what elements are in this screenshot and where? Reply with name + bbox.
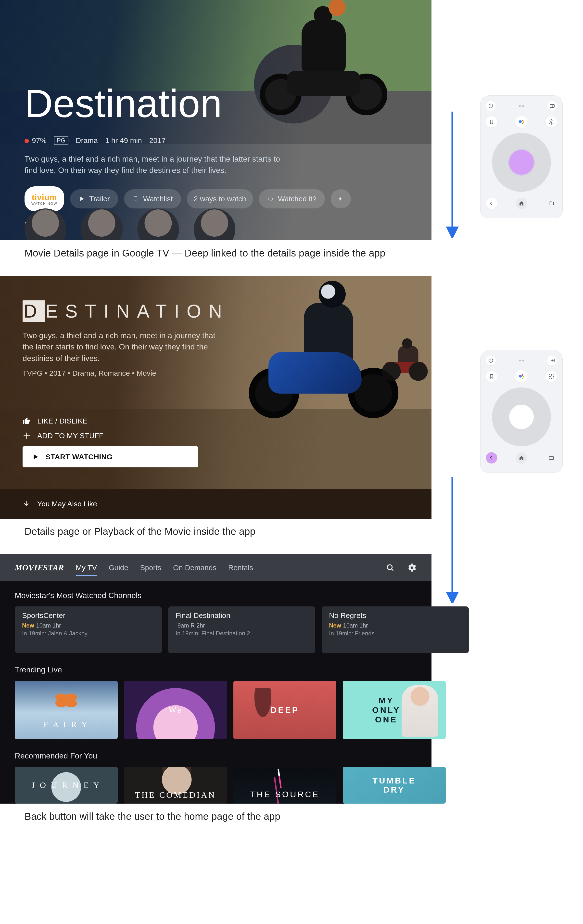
add-to-stuff-button[interactable]: ADD TO MY STUFF <box>23 432 198 440</box>
gear-icon <box>548 373 554 380</box>
svg-point-13 <box>522 378 523 379</box>
power-icon <box>488 358 494 363</box>
dpad-center[interactable] <box>509 404 534 429</box>
dpad[interactable] <box>492 133 551 192</box>
tab-my-tv[interactable]: My TV <box>76 556 97 579</box>
live-tile[interactable]: We <box>124 681 227 739</box>
tv-icon <box>548 455 554 461</box>
watchlist-button[interactable]: Watchlist <box>124 189 181 208</box>
home-icon <box>519 200 524 206</box>
remote-2 <box>481 350 562 472</box>
rec-tile[interactable]: THE SOURCE <box>234 767 336 804</box>
flow-arrow-2 <box>431 476 473 589</box>
svg-point-4 <box>522 120 524 121</box>
year: 2017 <box>149 136 166 145</box>
live-tile[interactable]: MY ONLY ONE <box>343 681 446 739</box>
svg-point-0 <box>268 197 272 201</box>
svg-point-3 <box>519 120 522 123</box>
svg-point-7 <box>551 121 552 123</box>
watch-provider-button[interactable]: tivium WATCH NOW <box>25 186 64 211</box>
cast-avatars <box>25 208 236 240</box>
assistant-icon <box>518 373 525 380</box>
input-button[interactable] <box>547 101 557 111</box>
channel-upnext: In 19min: Jalen & Jackby <box>22 630 155 637</box>
home-button[interactable] <box>516 452 527 464</box>
app-home-panel: MOVIESTAR My TV Guide Sports On Demands … <box>0 554 431 804</box>
back-button[interactable] <box>486 198 497 209</box>
settings-button[interactable] <box>546 371 557 382</box>
remote-1 <box>481 96 562 218</box>
rec-tile[interactable]: J O U R N E Y <box>15 767 118 804</box>
input-icon <box>549 103 555 109</box>
channel-title: Final Destination <box>176 611 308 620</box>
search-icon <box>386 563 395 572</box>
settings-button[interactable] <box>407 563 417 573</box>
arrow-left-icon <box>489 200 494 206</box>
new-badge: New <box>22 622 34 629</box>
like-button[interactable]: LIKE / DISLIKE <box>23 417 198 425</box>
svg-rect-8 <box>549 202 553 205</box>
svg-point-11 <box>522 374 524 376</box>
power-button[interactable] <box>486 356 496 365</box>
runtime: 1 hr 49 min <box>105 136 142 145</box>
circle-icon <box>267 196 273 202</box>
hero-art <box>301 20 346 74</box>
svg-point-10 <box>519 375 522 378</box>
bookmark-icon <box>489 119 494 125</box>
input-button[interactable] <box>547 356 557 365</box>
dpad-center[interactable] <box>509 150 534 175</box>
svg-point-14 <box>551 376 552 377</box>
tab-sports[interactable]: Sports <box>140 556 161 579</box>
live-tile[interactable]: DEEP <box>234 681 336 739</box>
live-tile[interactable]: F A I R Y <box>15 681 118 739</box>
bookmark-button[interactable] <box>486 116 497 127</box>
hero-art <box>304 303 353 371</box>
you-may-also-like-row[interactable]: You May Also Like <box>0 489 431 519</box>
input-icon <box>549 358 555 363</box>
arrow-left-icon <box>489 455 494 461</box>
tab-rentals[interactable]: Rentals <box>228 556 253 579</box>
movie-meta-row: 97% PG Drama 1 hr 49 min 2017 <box>25 136 166 145</box>
assistant-button[interactable] <box>515 116 528 128</box>
tv-button[interactable] <box>546 452 557 464</box>
tv-icon <box>548 200 554 206</box>
tab-guide[interactable]: Guide <box>109 556 128 579</box>
play-icon <box>32 453 39 460</box>
svg-point-6 <box>522 123 523 124</box>
assistant-button[interactable] <box>515 370 528 383</box>
home-icon <box>519 455 524 461</box>
arrow-down-icon <box>23 500 30 508</box>
search-button[interactable] <box>385 563 395 573</box>
tab-on-demands[interactable]: On Demands <box>173 556 216 579</box>
movie-title: DESTINATION <box>23 300 229 322</box>
app-details-panel: DESTINATION Two guys, a thief and a rich… <box>0 276 431 519</box>
back-button-highlighted[interactable] <box>486 452 497 464</box>
provider-sub: WATCH NOW <box>31 202 58 205</box>
bookmark-button[interactable] <box>486 371 497 382</box>
caption-3: Back button will take the user to the ho… <box>0 804 431 839</box>
ways-to-watch-button[interactable]: 2 ways to watch <box>187 189 253 208</box>
start-watching-button[interactable]: START WATCHING <box>23 446 198 467</box>
thumb-up-icon <box>23 417 31 425</box>
trailer-button[interactable]: Trailer <box>70 189 118 208</box>
channel-card[interactable]: No Regrets New10am 1hr In 19min: Friends <box>322 606 469 653</box>
tv-button[interactable] <box>546 198 557 209</box>
power-button[interactable] <box>486 101 496 111</box>
home-button[interactable] <box>516 198 527 209</box>
google-tv-details-panel: Destination 97% PG Drama 1 hr 49 min 201… <box>0 0 431 240</box>
more-button[interactable] <box>331 189 351 208</box>
synopsis: Two guys, a thief and a rich man, meet i… <box>25 153 282 176</box>
svg-point-12 <box>522 376 524 378</box>
svg-point-5 <box>522 121 524 123</box>
settings-button[interactable] <box>546 116 557 127</box>
rec-tile[interactable]: TUMBLE DRY <box>343 767 446 804</box>
channel-title: No Regrets <box>329 611 461 620</box>
rec-tile[interactable]: THE COMEDIAN <box>124 767 227 804</box>
caption-2: Details page or Playback of the Movie in… <box>0 519 431 554</box>
channel-card[interactable]: Final Destination 9am R 2hr In 19min: Fi… <box>168 606 315 653</box>
watched-button[interactable]: Watched it? <box>259 189 325 208</box>
play-icon <box>79 196 85 202</box>
dpad[interactable] <box>492 388 551 446</box>
channel-card[interactable]: SportsCenter New10am 1hr In 19min: Jalen… <box>15 606 162 653</box>
gear-icon <box>407 563 416 572</box>
